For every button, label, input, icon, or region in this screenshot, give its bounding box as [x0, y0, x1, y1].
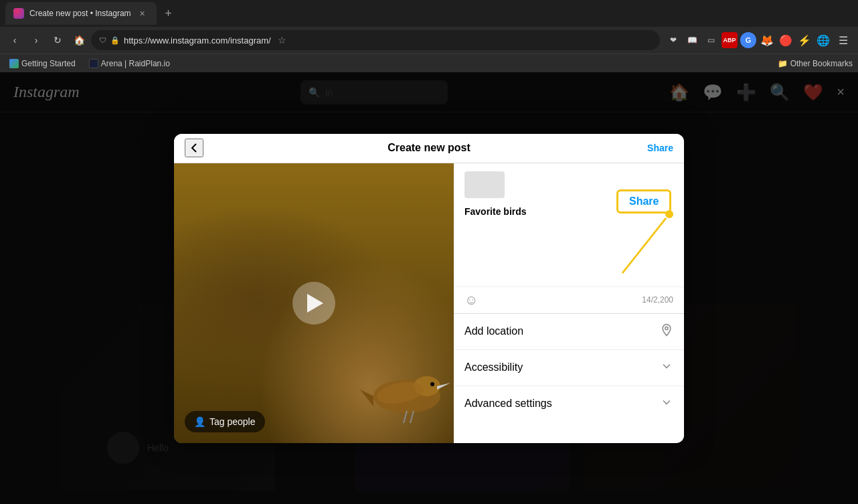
back-button[interactable]: ‹	[5, 31, 24, 50]
modal-right-side: Favorite birds ☺ 14/2,200 Add location	[454, 163, 684, 443]
lock-icon: 🔒	[110, 36, 120, 45]
modal-overlay: Create new post Share	[0, 72, 858, 504]
create-post-modal: Create new post Share	[174, 134, 684, 443]
add-location-label: Add location	[464, 325, 523, 337]
bookmark-arena[interactable]: Arena | RaidPlan.io	[85, 58, 174, 70]
advanced-settings-chevron-icon	[660, 396, 673, 412]
accessibility-option[interactable]: Accessibility	[454, 350, 684, 386]
user-avatar	[464, 171, 505, 198]
browser-chrome: Create new post • Instagram × + ‹ › ↻ 🏠 …	[0, 0, 858, 72]
advanced-settings-option[interactable]: Advanced settings	[454, 386, 684, 422]
active-tab[interactable]: Create new post • Instagram ×	[5, 2, 157, 25]
caption-counter-row: ☺ 14/2,200	[454, 286, 684, 313]
firefox-extension-icon[interactable]: 🦊	[759, 32, 775, 48]
tag-people-label: Tag people	[209, 416, 256, 427]
other-bookmarks[interactable]: 📁 Other Bookmarks	[778, 59, 853, 68]
bird-image	[320, 329, 454, 430]
modal-back-button[interactable]	[185, 139, 203, 157]
caption-text[interactable]: Favorite birds	[464, 203, 673, 220]
browser-toolbar: ‹ › ↻ 🏠 🛡 🔒 https://www.instagram.com/in…	[0, 27, 858, 54]
security-icon: 🛡	[99, 36, 106, 44]
accessibility-label: Accessibility	[464, 361, 523, 373]
toolbar-right-icons: ❤ 📖 ▭ ABP G 🦊 🔴 ⚡ 🌐 ☰	[665, 31, 853, 50]
pocket-icon[interactable]: ❤	[665, 32, 681, 48]
bookmark-getting-started[interactable]: Getting Started	[5, 58, 80, 70]
bookmark-label-arena: Arena | RaidPlan.io	[101, 59, 170, 68]
character-count: 14/2,200	[642, 295, 673, 305]
accessibility-chevron-icon	[660, 359, 673, 376]
svg-point-3	[430, 382, 434, 386]
home-button[interactable]: 🏠	[70, 31, 88, 50]
extension-icon-bolt[interactable]: ⚡	[796, 32, 812, 48]
modal-body: 👤 Tag people Favorite birds ☺	[174, 163, 684, 443]
tab-bar: Create new post • Instagram × +	[0, 0, 858, 27]
user-row	[464, 171, 673, 198]
forward-button[interactable]: ›	[27, 31, 46, 50]
bookmark-label-getting-started: Getting Started	[21, 59, 76, 68]
adblock-plus-icon[interactable]: ABP	[721, 32, 738, 48]
tab-title: Create new post • Instagram	[29, 9, 131, 18]
reader-icon[interactable]: 📖	[684, 32, 700, 48]
bookmarks-bar: Getting Started Arena | RaidPlan.io 📁 Ot…	[0, 54, 858, 72]
caption-area: Favorite birds	[454, 163, 684, 286]
play-icon	[307, 294, 323, 313]
modal-share-button[interactable]: Share	[647, 143, 673, 153]
play-button[interactable]	[292, 282, 335, 325]
tag-people-button[interactable]: 👤 Tag people	[185, 411, 265, 432]
advanced-settings-label: Advanced settings	[464, 398, 552, 410]
modal-title: Create new post	[388, 142, 470, 154]
modal-video-side: 👤 Tag people	[174, 163, 454, 443]
add-location-option[interactable]: Add location	[454, 314, 684, 350]
svg-marker-6	[360, 390, 373, 406]
emoji-button[interactable]: ☺	[464, 292, 478, 308]
location-icon	[660, 323, 673, 340]
modal-header: Create new post Share	[174, 134, 684, 163]
tag-people-icon: 👤	[194, 416, 205, 427]
folder-icon: 📁	[778, 59, 788, 68]
bookmark-favicon-arena	[89, 59, 98, 68]
instagram-background: Instagram 🔍 in 🏠 💬 ➕ 🔍 ❤️ × Hello	[0, 72, 858, 504]
picture-in-picture-icon[interactable]: ▭	[703, 32, 719, 48]
new-tab-button[interactable]: +	[159, 4, 178, 23]
extension-icon-globe[interactable]: 🌐	[815, 32, 831, 48]
tab-favicon	[13, 8, 24, 19]
tab-close-button[interactable]: ×	[137, 7, 149, 19]
other-bookmarks-label: Other Bookmarks	[790, 59, 853, 68]
bookmark-star-icon[interactable]: ☆	[278, 35, 286, 46]
bookmark-favicon-getting-started	[9, 59, 19, 68]
address-bar[interactable]: 🛡 🔒 https://www.instagram.com/instagram/…	[91, 30, 660, 50]
google-icon[interactable]: G	[740, 32, 756, 48]
refresh-button[interactable]: ↻	[48, 31, 67, 50]
extension-icon-red[interactable]: 🔴	[778, 32, 794, 48]
modal-options: Add location Accessibility	[454, 313, 684, 422]
browser-menu-button[interactable]: ☰	[834, 31, 853, 50]
caption-spacer	[464, 225, 673, 278]
svg-point-8	[665, 327, 668, 329]
url-text: https://www.instagram.com/instagram/	[124, 35, 271, 46]
